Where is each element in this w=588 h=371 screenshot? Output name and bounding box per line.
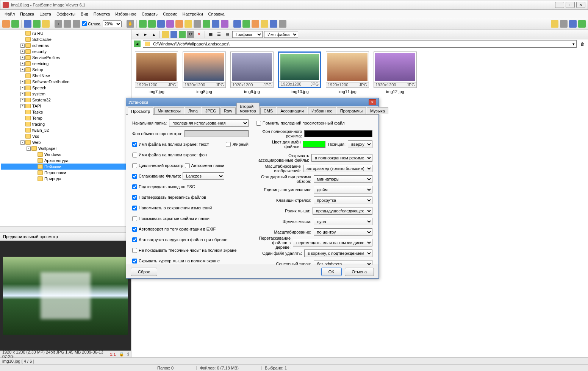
autoload-crop-checkbox[interactable] [132, 237, 137, 242]
zoom-actual-icon[interactable] [73, 20, 80, 28]
move-to-icon[interactable] [179, 31, 186, 38]
tree-expand-icon[interactable]: + [20, 80, 25, 84]
tree-item[interactable]: Архитектура [1, 157, 130, 164]
copy-icon[interactable] [42, 20, 50, 28]
thumbnail[interactable]: 1920x1200JPGimg10.jpg [278, 51, 322, 94]
download-icon[interactable] [11, 20, 19, 28]
resize-icon[interactable] [157, 20, 165, 28]
refresh-icon[interactable]: ⟳ [187, 31, 194, 38]
hide-cursor-checkbox[interactable] [132, 259, 137, 263]
fullscreen-icon[interactable] [578, 20, 586, 28]
tree-expand-icon[interactable]: + [20, 98, 25, 102]
redeye-icon[interactable] [203, 20, 210, 28]
autochange-checkbox[interactable] [185, 163, 190, 168]
view-list-icon[interactable] [560, 20, 568, 28]
tree-expand-icon[interactable]: + [20, 56, 25, 60]
view-thumbs-icon[interactable] [551, 20, 558, 28]
menu-вид[interactable]: Вид [78, 11, 91, 17]
path-input[interactable]: C:\Windows\Web\Wallpaper\Landscapes\ ▾ [143, 40, 577, 48]
confirm-esc-checkbox[interactable] [132, 184, 137, 189]
zoom-out-icon[interactable]: − [64, 20, 71, 28]
tree-expand-icon[interactable]: + [20, 86, 25, 90]
menu-пометка[interactable]: Пометка [91, 11, 113, 17]
tree-item[interactable]: Vss [1, 133, 130, 139]
tree-item[interactable]: Персонажи [1, 170, 130, 176]
menu-файл[interactable]: Файл [2, 11, 17, 17]
no-hourglass-checkbox[interactable] [132, 248, 137, 253]
brightness-icon[interactable] [185, 20, 192, 28]
save-as-icon[interactable] [33, 20, 41, 28]
open-folder-icon[interactable] [261, 20, 268, 28]
tree-item[interactable]: +System32 [1, 97, 130, 103]
tree-item[interactable]: +Setup [1, 67, 130, 73]
dialog-close-icon[interactable]: ✕ [369, 99, 376, 105]
menu-создать[interactable]: Создать [139, 11, 160, 17]
name-fs-text-checkbox[interactable] [132, 142, 137, 147]
units-select[interactable]: дюйм [314, 186, 373, 193]
open-assoc-select[interactable]: в полноэкранном режиме [311, 154, 372, 162]
zoom-in-icon[interactable]: + [55, 20, 62, 28]
tree-item[interactable]: twain_32 [1, 127, 130, 133]
path-back-icon[interactable]: ◄ [134, 41, 141, 47]
show-hidden-checkbox[interactable] [132, 216, 137, 221]
tree-item[interactable]: +servicing [1, 61, 130, 67]
dialog-tab[interactable]: Просмотр [128, 108, 153, 115]
text-icon[interactable] [221, 20, 228, 28]
rotate-left-icon[interactable] [139, 20, 147, 28]
name-fs-bg-checkbox[interactable] [132, 153, 137, 157]
browse-mode-select[interactable]: миниатюры [314, 175, 373, 183]
minimize-button[interactable]: — [555, 2, 564, 8]
tree-item[interactable]: +SoftwareDistribution [1, 79, 130, 85]
scale-select[interactable]: авторазмер (только большие) [303, 165, 372, 172]
delete-icon[interactable]: ✕ [195, 31, 202, 38]
dialog-tab[interactable]: CMS [260, 107, 276, 114]
tree-item[interactable]: +schemas [1, 42, 130, 48]
thumbnail[interactable]: 1920x1200JPGimg11.jpg [325, 51, 369, 94]
save-icon[interactable] [24, 20, 31, 28]
start-folder-select[interactable]: последняя использованная [169, 119, 249, 127]
dialog-tab[interactable]: Ассоциации [277, 107, 307, 114]
dialog-tab[interactable]: Программы [337, 107, 366, 114]
tree-item[interactable]: +ServiceProfiles [1, 55, 130, 61]
thumbnail[interactable]: 1920x1200JPGimg8.jpg [182, 51, 226, 94]
dialog-tab[interactable]: Миниатюры [154, 107, 184, 114]
tree-item[interactable]: +system [1, 91, 130, 97]
dialog-tab[interactable]: Второй монитор [236, 103, 260, 114]
canvas-icon[interactable] [166, 20, 174, 28]
tree-scrollbar[interactable] [0, 226, 131, 232]
tree-item[interactable]: Windows [1, 151, 130, 157]
print-icon[interactable] [270, 20, 277, 28]
rotate-right-icon[interactable] [148, 20, 156, 28]
clone-icon[interactable] [212, 20, 219, 28]
thumbnail[interactable]: 1920x1200JPGimg7.jpg [134, 51, 178, 94]
menu-правка[interactable]: Правка [18, 11, 36, 17]
arrows-select[interactable]: прокрутка [314, 196, 373, 204]
thumbnail[interactable]: 1920x1200JPGimg12.jpg [373, 51, 417, 94]
tree-expand-icon[interactable]: - [27, 147, 31, 151]
ok-button[interactable]: OK [321, 268, 342, 276]
reset-button[interactable]: Сброс [131, 268, 157, 276]
close-button[interactable]: ✕ [576, 2, 585, 8]
menu-цвета[interactable]: Цвета [37, 11, 53, 17]
acquire-icon[interactable] [2, 20, 10, 28]
smoothing-checkbox[interactable] [132, 174, 137, 179]
remember-last-checkbox[interactable] [256, 121, 261, 126]
tree-expand-icon[interactable]: + [20, 62, 25, 66]
hand-icon[interactable]: ✋ [127, 20, 134, 28]
bg-fullscreen-swatch[interactable] [304, 130, 372, 137]
crop-icon[interactable] [175, 20, 183, 28]
smooth-checkbox[interactable]: Сглаж. [82, 21, 101, 26]
tree-item[interactable]: -Wallpaper [1, 145, 130, 151]
tree-expand-icon[interactable]: + [20, 92, 25, 96]
wallpaper-icon[interactable] [279, 20, 286, 28]
dialog-tab[interactable]: JPEG [202, 107, 220, 114]
nav-fwd-icon[interactable]: ► [142, 31, 149, 38]
bg-normal-swatch[interactable] [185, 130, 249, 137]
tree-item[interactable]: ShellNew [1, 73, 130, 79]
tree-item[interactable]: +TAPI [1, 103, 130, 109]
delete-select[interactable]: в корзину, с подтверждением [304, 249, 372, 257]
tree-item[interactable]: Пейзажи [1, 164, 130, 170]
nav-back-icon[interactable]: ◄ [134, 31, 141, 38]
dialog-tab[interactable]: Raw [220, 107, 236, 114]
tree-expand-icon[interactable]: + [20, 44, 25, 48]
